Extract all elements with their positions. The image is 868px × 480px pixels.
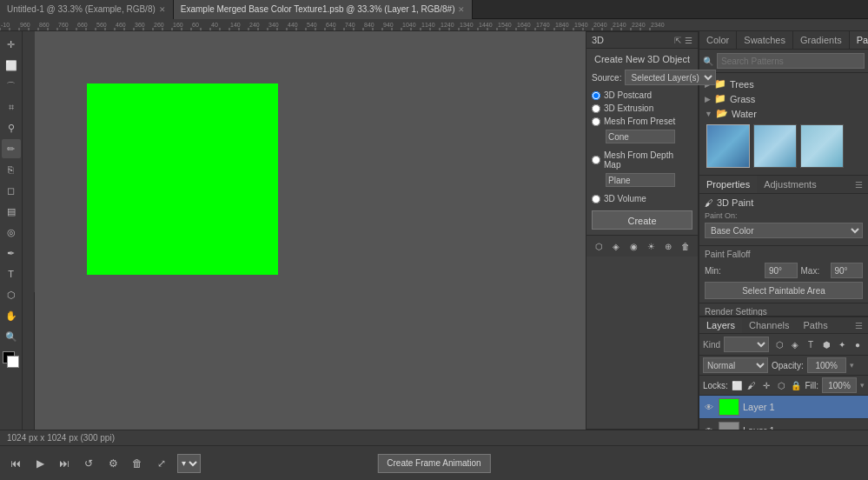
create-frame-animation-btn[interactable]: Create Frame Animation: [377, 454, 490, 473]
create-button[interactable]: Create: [592, 210, 692, 230]
tab-properties[interactable]: Properties: [699, 176, 757, 193]
3d-icon-material[interactable]: ◉: [626, 239, 640, 253]
option-mesh-preset[interactable]: Mesh From Preset: [592, 117, 692, 126]
status-info: 1024 px x 1024 px (300 ppi): [7, 433, 115, 443]
swatch-water-2[interactable]: [753, 124, 797, 168]
layer-filter-toggle[interactable]: ●: [851, 337, 865, 351]
option-extrusion[interactable]: 3D Extrusion: [592, 103, 692, 113]
svg-text:540: 540: [307, 22, 317, 28]
tab-layers[interactable]: Layers: [699, 317, 742, 333]
blur-tool[interactable]: ◎: [2, 223, 21, 242]
tab-color[interactable]: Color: [699, 31, 737, 49]
3d-icon-light[interactable]: ☀: [644, 239, 658, 253]
fg-bg-colors[interactable]: [3, 351, 20, 369]
radio-extrusion[interactable]: [592, 104, 600, 113]
tree-item-grass[interactable]: ▶ 📁 Grass: [699, 91, 868, 106]
svg-text:1740: 1740: [536, 22, 550, 28]
tab-paths[interactable]: Paths: [797, 317, 835, 333]
timeline-dropdown[interactable]: ▾: [177, 454, 201, 473]
pen-tool[interactable]: ✒: [2, 243, 21, 263]
panel-3d-menu-icon[interactable]: ☰: [685, 36, 692, 45]
tab-swatches[interactable]: Swatches: [737, 31, 793, 49]
lock-position-icon[interactable]: ✛: [761, 379, 772, 391]
timeline-loop-btn[interactable]: ↺: [80, 455, 97, 472]
radio-mesh-depth[interactable]: [592, 156, 600, 164]
preset-input[interactable]: [606, 130, 675, 143]
radio-mesh-preset[interactable]: [592, 117, 600, 126]
crop-tool[interactable]: ⌗: [2, 97, 21, 117]
layer-row-1[interactable]: 👁 Layer 1: [699, 419, 868, 430]
tree-item-water[interactable]: ▼ 📂 Water: [699, 106, 868, 121]
brush-tool[interactable]: ✏: [2, 139, 21, 158]
tab-gradients[interactable]: Gradients: [793, 31, 850, 49]
opacity-arrow[interactable]: ▾: [850, 361, 854, 370]
timeline-trash-btn[interactable]: 🗑: [129, 455, 146, 472]
layer-row-0[interactable]: 👁 Layer 1: [699, 396, 868, 419]
lock-paint-icon[interactable]: 🖌: [746, 379, 758, 391]
layer-filter-smart[interactable]: ✦: [835, 337, 849, 351]
layers-menu-icon[interactable]: ☰: [855, 321, 868, 330]
select-paintable-btn[interactable]: Select Paintable Area: [705, 282, 863, 299]
props-menu-icon[interactable]: ☰: [855, 180, 868, 190]
radio-postcard[interactable]: [592, 91, 600, 100]
3d-icon-scene[interactable]: ⬡: [592, 239, 606, 253]
shape-tool[interactable]: ⬡: [2, 285, 21, 304]
svg-text:840: 840: [364, 22, 374, 28]
tab-patterns[interactable]: Patterns: [850, 31, 868, 49]
fill-input[interactable]: [822, 377, 857, 393]
source-select[interactable]: Selected Layer(s): [625, 70, 716, 85]
tree-item-trees[interactable]: ▶ 📁 Trees: [699, 77, 868, 91]
blend-mode-select[interactable]: Normal: [703, 357, 768, 373]
opacity-input[interactable]: [807, 357, 846, 373]
falloff-min-val[interactable]: 90°: [765, 263, 798, 278]
text-tool[interactable]: T: [2, 264, 21, 283]
kind-select[interactable]: [724, 337, 769, 352]
option-mesh-depth[interactable]: Mesh From Depth Map: [592, 150, 692, 170]
svg-text:2140: 2140: [613, 22, 626, 28]
falloff-max-val[interactable]: 90°: [831, 263, 864, 278]
timeline-prev-btn[interactable]: ⏮: [7, 455, 24, 472]
paint-on-sublabel: Paint On:: [705, 211, 863, 220]
lock-artboard-icon[interactable]: ⬡: [776, 379, 787, 391]
select-rect-tool[interactable]: ⬜: [2, 56, 21, 75]
tab-untitled[interactable]: Untitled-1 @ 33.3% (Example, RGB/8) ✕: [0, 0, 174, 19]
timeline-settings-btn[interactable]: ⚙: [104, 455, 122, 472]
panel-3d-expand-icon[interactable]: ⇱: [674, 36, 681, 45]
patterns-search-input[interactable]: [717, 53, 865, 69]
swatch-water-3[interactable]: [800, 124, 844, 168]
eyedropper-tool[interactable]: ⚲: [2, 118, 21, 137]
3d-icon-delete[interactable]: 🗑: [679, 239, 692, 253]
layer-eye-0[interactable]: 👁: [703, 401, 715, 413]
timeline-expand-btn[interactable]: ⤢: [153, 455, 170, 472]
layer-filter-text[interactable]: T: [804, 337, 818, 351]
plane-input[interactable]: [606, 173, 675, 187]
radio-volume[interactable]: [592, 195, 600, 203]
tab-merged[interactable]: Example Merged Base Color Texture1.psb @…: [174, 0, 474, 19]
tab-channels[interactable]: Channels: [742, 317, 796, 333]
gradient-tool[interactable]: ▤: [2, 202, 21, 221]
move-tool[interactable]: ✛: [2, 35, 21, 54]
swatch-water-1[interactable]: [706, 124, 750, 168]
3d-icon-mesh[interactable]: ◈: [609, 239, 623, 253]
tab-close-merged[interactable]: ✕: [458, 5, 465, 14]
paint-on-select[interactable]: Base Color: [705, 223, 863, 238]
canvas-viewport[interactable]: [35, 31, 586, 430]
3d-icon-camera[interactable]: ⊕: [661, 239, 675, 253]
fill-arrow[interactable]: ▾: [860, 381, 865, 390]
lock-all-icon[interactable]: 🔒: [791, 379, 802, 391]
option-postcard[interactable]: 3D Postcard: [592, 90, 692, 100]
clone-tool[interactable]: ⎘: [2, 160, 21, 179]
layer-filter-adjust[interactable]: ◈: [788, 337, 802, 351]
layer-filter-shape[interactable]: ⬢: [819, 337, 833, 351]
timeline-play-btn[interactable]: ▶: [31, 455, 49, 472]
lock-transparent-icon[interactable]: ⬜: [732, 379, 743, 391]
hand-tool[interactable]: ✋: [2, 306, 21, 325]
tab-close-untitled[interactable]: ✕: [159, 5, 166, 14]
eraser-tool[interactable]: ◻: [2, 181, 21, 200]
zoom-tool[interactable]: 🔍: [2, 327, 21, 346]
timeline-next-btn[interactable]: ⏭: [56, 455, 73, 472]
lasso-tool[interactable]: ⌒: [2, 77, 21, 96]
option-volume[interactable]: 3D Volume: [592, 194, 692, 203]
tab-adjustments[interactable]: Adjustments: [757, 176, 824, 193]
layer-filter-pixel[interactable]: ⬡: [772, 337, 786, 351]
